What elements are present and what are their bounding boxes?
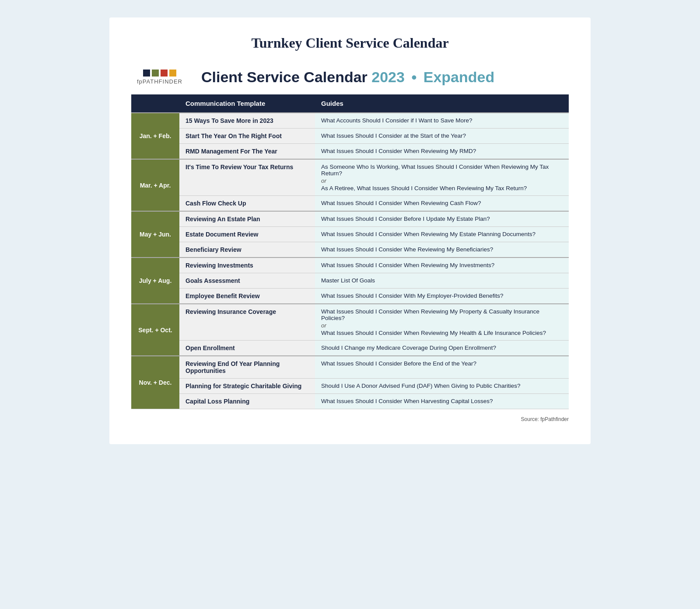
table-row: July + Aug. Reviewing Investments What I…	[131, 258, 569, 273]
guide-cell: Should I Change my Medicare Coverage Dur…	[315, 341, 569, 356]
table-row: Beneficiary Review What Issues Should I …	[131, 242, 569, 258]
month-cell-sept-oct: Sept. + Oct.	[131, 304, 179, 356]
month-cell-nov-dec: Nov. + Dec.	[131, 356, 179, 409]
col-header-month	[131, 94, 179, 113]
template-cell: Employee Benefit Review	[179, 289, 315, 304]
guide-cell: What Issues Should I Consider When Harve…	[315, 394, 569, 409]
table-row: Open Enrollment Should I Change my Medic…	[131, 341, 569, 356]
table-row: Capital Loss Planning What Issues Should…	[131, 394, 569, 409]
template-cell: Estate Document Review	[179, 227, 315, 242]
template-cell: Reviewing Investments	[179, 258, 315, 273]
table-row: Start The Year On The Right Foot What Is…	[131, 129, 569, 144]
guide-cell: What Issues Should I Consider With My Em…	[315, 289, 569, 304]
template-cell: Cash Flow Check Up	[179, 196, 315, 212]
template-cell: Open Enrollment	[179, 341, 315, 356]
table-row: Employee Benefit Review What Issues Shou…	[131, 289, 569, 304]
guide-text-insurance-2: What Issues Should I Consider When Revie…	[321, 330, 546, 336]
expanded-label: Expanded	[424, 69, 494, 85]
month-cell-jan-feb: Jan. + Feb.	[131, 113, 179, 159]
guide-text-2: As A Retiree, What Issues Should I Consi…	[321, 185, 527, 191]
template-cell: Beneficiary Review	[179, 242, 315, 258]
guide-cell: What Issues Should I Consider When Revie…	[315, 304, 569, 341]
template-cell: Reviewing An Estate Plan	[179, 211, 315, 227]
logo-squares	[143, 70, 176, 77]
template-cell: Goals Assessment	[179, 273, 315, 289]
or-text: or	[321, 177, 563, 184]
template-cell: 15 Ways To Save More in 2023	[179, 113, 315, 129]
guide-cell: What Issues Should I Consider When Revie…	[315, 258, 569, 273]
logo-sq-3	[161, 70, 168, 77]
calendar-year-val: 2023	[371, 69, 405, 85]
guide-text-1: As Someone Who Is Working, What Issues S…	[321, 164, 549, 177]
calendar-header: fpPATHFINDER Client Service Calendar 202…	[131, 69, 569, 86]
guide-cell: What Issues Should I Consider When Revie…	[315, 227, 569, 242]
table-header-row: Communication Template Guides	[131, 94, 569, 113]
table-row: Sept. + Oct. Reviewing Insurance Coverag…	[131, 304, 569, 341]
logo-area: fpPATHFINDER	[131, 70, 188, 85]
col-header-template: Communication Template	[179, 94, 315, 113]
table-row: Goals Assessment Master List Of Goals	[131, 273, 569, 289]
guide-cell: What Issues Should I Consider When Revie…	[315, 196, 569, 212]
page-title: Turnkey Client Service Calendar	[131, 35, 569, 51]
month-cell-mar-apr: Mar. + Apr.	[131, 159, 179, 211]
guide-cell: Should I Use A Donor Advised Fund (DAF) …	[315, 379, 569, 394]
table-row: RMD Management For The Year What Issues …	[131, 144, 569, 160]
guide-cell: What Issues Should I Consider Before I U…	[315, 211, 569, 227]
guide-cell: What Issues Should I Consider Whe Review…	[315, 242, 569, 258]
guide-text-insurance-1: What Issues Should I Consider When Revie…	[321, 308, 539, 321]
or-text-insurance: or	[321, 322, 563, 329]
template-cell: Reviewing Insurance Coverage	[179, 304, 315, 341]
page-wrapper: Turnkey Client Service Calendar fpPATHFI…	[109, 17, 591, 444]
template-cell: RMD Management For The Year	[179, 144, 315, 160]
guide-cell: What Issues Should I Consider When Revie…	[315, 144, 569, 160]
template-cell: Start The Year On The Right Foot	[179, 129, 315, 144]
guide-cell: Master List Of Goals	[315, 273, 569, 289]
template-cell: Capital Loss Planning	[179, 394, 315, 409]
template-cell: Planning for Strategic Charitable Giving	[179, 379, 315, 394]
calendar-heading: Client Service Calendar 2023 • Expanded	[201, 69, 494, 85]
table-row: Planning for Strategic Charitable Giving…	[131, 379, 569, 394]
bullet: •	[411, 69, 416, 85]
service-calendar-table: Communication Template Guides Jan. + Feb…	[131, 94, 569, 409]
guide-cell: What Accounts Should I Consider if I Wan…	[315, 113, 569, 129]
template-cell: It's Time To Review Your Tax Returns	[179, 159, 315, 196]
table-row: May + Jun. Reviewing An Estate Plan What…	[131, 211, 569, 227]
logo-sq-1	[143, 70, 150, 77]
table-row: Nov. + Dec. Reviewing End Of Year Planni…	[131, 356, 569, 379]
calendar-label: Client Service Calendar	[201, 69, 368, 85]
table-row: Jan. + Feb. 15 Ways To Save More in 2023…	[131, 113, 569, 129]
logo-sq-4	[169, 70, 176, 77]
guide-cell: What Issues Should I Consider Before the…	[315, 356, 569, 379]
source-line: Source: fpPathfinder	[131, 416, 569, 422]
col-header-guides: Guides	[315, 94, 569, 113]
logo-sq-2	[152, 70, 159, 77]
guide-cell: What Issues Should I Consider at the Sta…	[315, 129, 569, 144]
logo-text: fpPATHFINDER	[137, 78, 182, 85]
table-row: Estate Document Review What Issues Shoul…	[131, 227, 569, 242]
template-cell: Reviewing End Of Year Planning Opportuni…	[179, 356, 315, 379]
month-cell-may-jun: May + Jun.	[131, 211, 179, 258]
table-row: Mar. + Apr. It's Time To Review Your Tax…	[131, 159, 569, 196]
guide-cell: As Someone Who Is Working, What Issues S…	[315, 159, 569, 196]
month-cell-july-aug: July + Aug.	[131, 258, 179, 304]
table-row: Cash Flow Check Up What Issues Should I …	[131, 196, 569, 212]
calendar-heading-area: Client Service Calendar 2023 • Expanded	[201, 69, 494, 86]
